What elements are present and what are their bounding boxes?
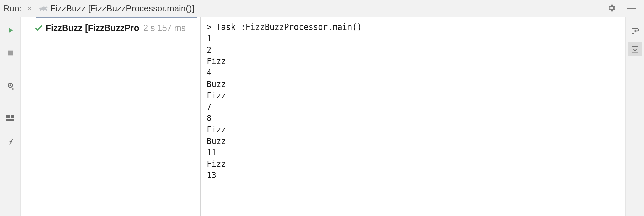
run-left-toolbar (0, 17, 21, 216)
success-check-icon (34, 24, 43, 33)
hide-panel-icon[interactable] (627, 6, 636, 12)
console-line: 4 (207, 67, 625, 78)
svg-rect-6 (6, 119, 14, 121)
console-line: Fizz (207, 124, 625, 136)
tree-item[interactable]: FizzBuzz [FizzBuzzPro 2 s 157 ms (34, 23, 196, 33)
rerun-button[interactable] (4, 23, 17, 37)
gradle-elephant-icon (39, 4, 48, 13)
soft-wrap-icon[interactable] (628, 23, 642, 38)
close-tab-icon[interactable]: × (25, 4, 34, 13)
console-line: Fizz (207, 158, 625, 170)
layout-icon[interactable] (4, 111, 17, 125)
test-tree-panel: FizzBuzz [FizzBuzzPro 2 s 157 ms (21, 17, 201, 216)
run-tool-header: Run: × FizzBuzz [FizzBuzzProcessor.main(… (0, 0, 644, 17)
console-output[interactable]: > Task :FizzBuzzProcessor.main()12Fizz4B… (201, 17, 625, 216)
show-filter-icon[interactable] (4, 79, 17, 92)
console-line: 1 (207, 33, 625, 44)
console-line: 11 (207, 147, 625, 158)
scroll-to-end-icon[interactable] (628, 42, 642, 56)
tree-item-duration: 2 s 157 ms (143, 23, 186, 33)
console-line: 13 (207, 170, 625, 181)
settings-gear-icon[interactable] (607, 3, 616, 14)
run-right-toolbar (625, 17, 644, 216)
svg-rect-1 (8, 51, 13, 56)
console-line: 2 (207, 44, 625, 56)
tree-item-name: FizzBuzz [FizzBuzzPro (46, 23, 139, 33)
console-line: 7 (207, 101, 625, 113)
console-line: > Task :FizzBuzzProcessor.main() (207, 21, 625, 33)
console-line: Buzz (207, 136, 625, 147)
run-config-tab[interactable]: FizzBuzz [FizzBuzzProcessor.main()] (36, 1, 197, 18)
stop-button[interactable] (4, 46, 17, 60)
console-line: 8 (207, 113, 625, 124)
svg-rect-0 (627, 8, 636, 9)
toolbar-separator (4, 69, 17, 69)
console-line: Fizz (207, 56, 625, 67)
run-label: Run: (3, 3, 22, 14)
run-config-tab-label: FizzBuzz [FizzBuzzProcessor.main()] (50, 3, 194, 14)
pin-icon[interactable] (4, 134, 17, 148)
toolbar-separator (4, 102, 17, 102)
svg-rect-4 (6, 115, 10, 118)
console-line: Fizz (207, 90, 625, 101)
svg-point-3 (9, 84, 11, 86)
svg-rect-5 (11, 115, 14, 118)
console-line: Buzz (207, 78, 625, 90)
